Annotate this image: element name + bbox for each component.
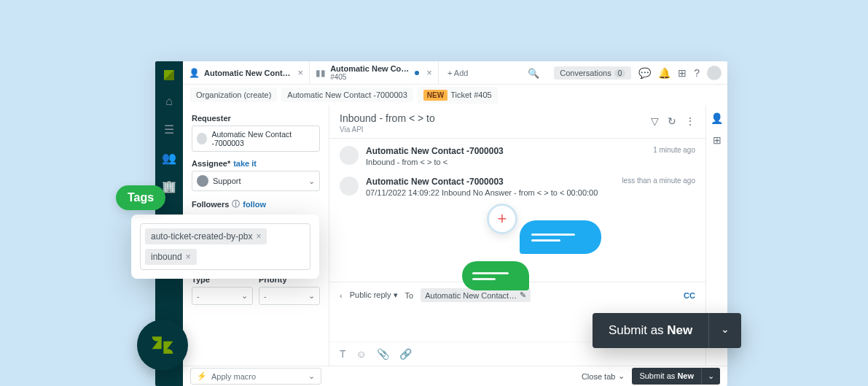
requester-field[interactable]: Automatic New Contact -7000003 — [192, 126, 320, 152]
conversation-title: Inbound - from < > to — [340, 112, 435, 124]
requester-label: Requester — [192, 114, 320, 123]
chevron-down-icon: ⌄ — [241, 291, 248, 301]
message-time: less than a minute ago — [622, 177, 695, 187]
message-author: Automatic New Contact -7000003 — [366, 177, 504, 187]
close-icon[interactable]: × — [426, 67, 432, 78]
priority-select[interactable]: - ⌄ — [259, 287, 320, 305]
search-icon[interactable]: 🔍 — [528, 68, 539, 79]
submit-dropdown-button[interactable]: ⌄ — [701, 368, 720, 385]
avatar-icon — [197, 133, 207, 144]
user-avatar[interactable] — [707, 66, 722, 80]
avatar-icon — [340, 177, 359, 196]
requester-value: Automatic New Contact -7000003 — [211, 130, 315, 147]
submit-button-group: Submit as New ⌄ — [632, 368, 720, 385]
chevron-down-icon: ⌄ — [308, 371, 315, 381]
message-author: Automatic New Contact -7000003 — [366, 146, 504, 156]
take-it-link[interactable]: take it — [233, 159, 257, 168]
tab-contact-1[interactable]: 👤 Automatic New Cont… × — [183, 61, 310, 84]
message-item: Automatic New Contact -7000003 less than… — [340, 177, 695, 197]
user-profile-icon[interactable]: 👤 — [711, 112, 723, 124]
breadcrumb-ticket[interactable]: NEW Ticket #405 — [418, 87, 498, 104]
chevron-left-icon[interactable]: ‹ — [340, 291, 343, 300]
tags-callout-badge: Tags — [116, 185, 165, 210]
attachment-icon[interactable]: 📎 — [377, 348, 389, 360]
conversation-header: Inbound - from < > to Via API ▽ ↻ ⋮ — [329, 105, 705, 139]
topbar-right: 🔍 Conversations 0 💬 🔔 ⊞ ? — [528, 61, 722, 85]
breadcrumb-contact[interactable]: Automatic New Contact -7000003 — [281, 88, 413, 102]
message-item: Automatic New Contact -7000003 1 minute … — [340, 146, 695, 166]
tags-input[interactable]: auto-ticket-created-by-pbx × inbound × — [140, 223, 310, 270]
tag-chip[interactable]: inbound × — [145, 249, 197, 265]
person-icon: 👤 — [189, 68, 200, 78]
submit-callout: Submit as New ⌄ — [593, 313, 741, 348]
message-time: 1 minute ago — [653, 146, 695, 156]
bell-icon[interactable]: 🔔 — [658, 67, 670, 79]
assignee-label: Assignee* take it — [192, 159, 320, 168]
apps-panel-icon[interactable]: ⊞ — [713, 134, 722, 146]
more-icon[interactable]: ⋮ — [685, 115, 695, 127]
tags-popup: auto-ticket-created-by-pbx × inbound × — [131, 215, 319, 279]
status-badge: NEW — [423, 90, 447, 101]
remove-tag-icon[interactable]: × — [186, 252, 191, 262]
conversations-button[interactable]: Conversations 0 — [554, 66, 631, 80]
submit-button[interactable]: Submit as New — [632, 368, 701, 385]
unsaved-dot-icon — [415, 71, 419, 75]
tab-title: Automatic New Co… — [330, 64, 409, 73]
emoji-icon[interactable]: ☺ — [356, 348, 367, 360]
followers-label: Followers ⓘ follow — [192, 198, 320, 209]
chat-icon[interactable]: 💬 — [638, 67, 651, 79]
add-tab-button[interactable]: + Add — [439, 69, 477, 77]
cc-button[interactable]: CC — [684, 291, 695, 300]
remove-tag-icon[interactable]: × — [256, 231, 261, 242]
chat-bubble-green-icon — [462, 261, 529, 290]
link-icon[interactable]: 🔗 — [399, 348, 412, 360]
tab-title: Automatic New Cont… — [204, 69, 291, 77]
submit-dropdown-button-large[interactable]: ⌄ — [708, 313, 741, 348]
to-label: To — [405, 291, 414, 300]
breadcrumb-org[interactable]: Organization (create) — [190, 88, 277, 102]
ticket-icon: ▮▮ — [316, 68, 326, 78]
conversations-label: Conversations — [560, 69, 611, 77]
apps-icon[interactable]: ⊞ — [678, 67, 687, 79]
chevron-down-icon: ⌄ — [308, 177, 315, 186]
ticket-number: Ticket #405 — [450, 90, 491, 99]
message-body: Inbound - from < > to < — [366, 158, 695, 166]
apply-macro-input[interactable]: ⚡ Apply macro ⌄ — [190, 368, 321, 385]
filter-icon[interactable]: ▽ — [651, 115, 659, 127]
tab-subtitle: #405 — [330, 73, 409, 81]
message-body: 07/11/2022 14:09:22 Inbound No Answer - … — [366, 188, 695, 197]
avatar-icon — [340, 146, 359, 165]
text-format-icon[interactable]: T — [340, 348, 346, 360]
group-icon — [197, 175, 208, 187]
lightning-icon: ⚡ — [197, 371, 207, 381]
close-icon[interactable]: × — [298, 67, 304, 78]
tab-ticket-405[interactable]: ▮▮ Automatic New Co… #405 × — [310, 61, 439, 84]
bottom-bar: ⚡ Apply macro ⌄ Close tab ⌄ Submit as Ne… — [183, 366, 727, 386]
chevron-down-icon: ⌄ — [308, 291, 315, 301]
edit-icon[interactable]: ✎ — [520, 290, 526, 300]
messages-list: Automatic New Contact -7000003 1 minute … — [329, 139, 705, 282]
submit-button-large[interactable]: Submit as New — [593, 313, 708, 348]
views-icon[interactable]: ☰ — [164, 123, 174, 136]
assignee-field[interactable]: Support ⌄ — [192, 171, 320, 191]
assignee-value: Support — [213, 177, 241, 185]
follow-link[interactable]: follow — [243, 200, 266, 209]
zendesk-logo-icon — [150, 333, 175, 358]
info-icon[interactable]: ⓘ — [232, 198, 240, 209]
zendesk-brand-badge — [137, 320, 188, 371]
chevron-down-icon: ⌄ — [618, 371, 625, 381]
close-tab-button[interactable]: Close tab ⌄ — [582, 371, 625, 381]
home-icon[interactable]: ⌂ — [165, 95, 173, 108]
conversation-via: Via API — [340, 126, 435, 134]
type-select[interactable]: - ⌄ — [192, 287, 253, 305]
add-bubble-icon: + — [487, 204, 517, 234]
reply-type[interactable]: Public reply ▾ — [350, 290, 398, 300]
tag-chip[interactable]: auto-ticket-created-by-pbx × — [145, 228, 267, 244]
help-icon[interactable]: ? — [694, 67, 700, 79]
customers-icon[interactable]: 👥 — [162, 151, 176, 165]
zendesk-logo-icon[interactable] — [164, 70, 174, 80]
breadcrumb: Organization (create) Automatic New Cont… — [183, 85, 727, 105]
conversations-count: 0 — [614, 69, 626, 77]
history-icon[interactable]: ↻ — [668, 115, 676, 127]
chat-bubble-blue-icon — [520, 220, 601, 254]
